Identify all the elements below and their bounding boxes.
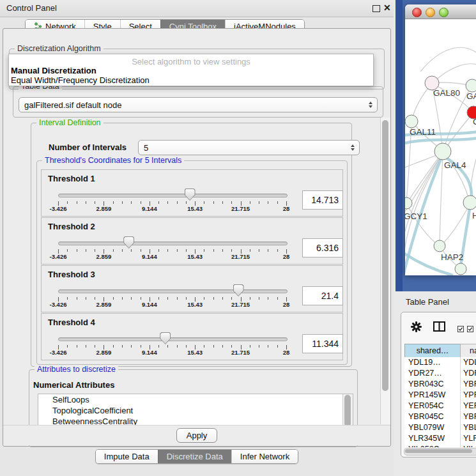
slider-tick-label: 2.859: [96, 253, 112, 260]
GAL11-node[interactable]: [405, 115, 418, 128]
threshold-slider-handle[interactable]: [123, 236, 134, 249]
slider-tick: [204, 297, 204, 300]
threshold-slider-handle[interactable]: [185, 188, 196, 201]
algorithm-option[interactable]: Manual Discretization: [11, 66, 96, 75]
table-row[interactable]: YIL052CYIL0: [404, 444, 476, 447]
tab-label: Infer Network: [240, 452, 289, 461]
zoom-traffic-light-icon[interactable]: [439, 8, 449, 17]
threshold-slider-track[interactable]: [58, 337, 288, 341]
table-horizontal-scrollbar[interactable]: [404, 448, 476, 456]
slider-tick-label: -3.426: [50, 301, 67, 308]
top-right-node[interactable]: [466, 79, 476, 92]
table-row[interactable]: YLR345WYLR3: [404, 433, 476, 444]
bottom-node[interactable]: [455, 263, 466, 275]
number-of-intervals-combobox[interactable]: 5: [138, 140, 360, 155]
threshold-panel: Threshold 4-3.4262.8599.14415.4321.71528…: [41, 313, 343, 360]
minimize-traffic-light-icon[interactable]: [426, 8, 435, 17]
threshold-value-field[interactable]: 6.316: [302, 238, 343, 257]
threshold-slider-track[interactable]: [58, 242, 288, 245]
slider-tick: [231, 345, 232, 348]
threshold-value-field[interactable]: 21.4: [302, 286, 343, 305]
apply-bar: Apply: [3, 425, 390, 445]
tab-discretize-data[interactable]: Discretize Data: [158, 450, 231, 463]
threshold-value-field[interactable]: 14.713: [302, 190, 343, 210]
slider-tick: [231, 297, 232, 300]
GCY1-node[interactable]: [405, 197, 412, 209]
gear-icon[interactable]: [411, 321, 422, 335]
node-label: GA: [466, 91, 476, 101]
slider-tick: [268, 345, 268, 348]
threshold-panel: Threshold 2-3.4262.8599.14415.4321.71528…: [41, 217, 343, 265]
slider-tick-label: 2.859: [96, 301, 112, 308]
table-row[interactable]: YPR145WYPR1: [404, 390, 476, 401]
apply-button[interactable]: Apply: [176, 428, 217, 443]
slider-tick: [131, 345, 132, 348]
attributes-scrollbar[interactable]: [342, 394, 353, 429]
slider-tick: [167, 201, 168, 204]
bottom-tab-row: Impute DataDiscretize DataInfer Network: [0, 449, 394, 464]
cell-shared-name: YER054C: [404, 401, 460, 411]
close-traffic-light-icon[interactable]: [412, 8, 422, 17]
threshold-slider-track[interactable]: [58, 194, 288, 197]
node-label: GCY1: [405, 211, 427, 221]
numerical-attributes-list[interactable]: SelfLoopsTopologicalCoefficientBetweenne…: [38, 394, 353, 429]
table-row[interactable]: YER054CYER0: [404, 401, 476, 411]
table-row[interactable]: YBR043CYBR0: [404, 379, 476, 390]
right-region: GAL80GACGAL11GAL4GCY1HHAP2 Table Panel s…: [394, 0, 476, 476]
table-row[interactable]: YDR27…YDR2: [404, 368, 476, 379]
node-label: GAL4: [444, 160, 466, 170]
control-panel-titlebar: Control Panel ✕: [0, 0, 394, 17]
table-data-combobox[interactable]: galFiltered.sif default node: [19, 97, 378, 112]
cell-name: YDL1: [460, 357, 476, 368]
column-header-name[interactable]: na: [460, 344, 476, 358]
attribute-list-item[interactable]: SelfLoops: [38, 394, 353, 405]
threshold-slider-handle[interactable]: [160, 332, 171, 344]
slider-tick: [113, 249, 114, 252]
table-horizontal-scrollbar-thumb[interactable]: [405, 449, 472, 453]
threshold-slider-handle[interactable]: [233, 284, 244, 296]
float-window-icon[interactable]: [372, 5, 380, 12]
slider-tick-label: 9.144: [142, 349, 157, 356]
slider-tick: [67, 249, 68, 252]
tab-infer-network[interactable]: Infer Network: [231, 450, 298, 463]
HAP2-node[interactable]: [434, 240, 445, 252]
slider-tick: [167, 297, 168, 300]
algorithm-option[interactable]: Equal Width/Frequency Discretization: [11, 75, 150, 85]
slider-tick: [86, 345, 86, 348]
slider-tick: [67, 297, 68, 300]
GAL4-node[interactable]: [434, 143, 451, 160]
threshold-slider-track[interactable]: [58, 289, 288, 293]
algorithm-dropdown-popup: Select algorithm to view settings Manual…: [8, 54, 374, 86]
panel-title: Control Panel: [6, 3, 57, 13]
attributes-group-label: Attributes to discretize: [35, 365, 118, 374]
content-scrollbar[interactable]: [380, 118, 390, 424]
slider-tick-label: 28: [283, 205, 290, 212]
slider-tick: [186, 249, 187, 252]
close-icon[interactable]: ✕: [383, 3, 391, 13]
network-edge: [440, 153, 443, 245]
right-mid-node[interactable]: [463, 196, 476, 210]
table-row[interactable]: YBR045CYBR0: [404, 411, 476, 422]
columns-icon[interactable]: [433, 321, 445, 334]
cell-shared-name: YBR043C: [404, 379, 460, 390]
threshold-panel: Threshold 3-3.4262.8599.14415.4321.71528…: [41, 265, 343, 312]
attribute-list-item[interactable]: TopologicalCoefficient: [38, 405, 353, 416]
content-scrollbar-thumb[interactable]: [382, 120, 388, 391]
cell-name: YBR0: [460, 379, 476, 390]
column-header-shared[interactable]: shared…: [404, 344, 461, 358]
desktop-background: GAL80GACGAL11GAL4GCY1HHAP2: [395, 0, 476, 291]
network-canvas[interactable]: GAL80GACGAL11GAL4GCY1HHAP2: [405, 19, 476, 275]
tab-impute-data[interactable]: Impute Data: [96, 450, 158, 463]
checkbox-icon[interactable]: [467, 323, 473, 335]
table-row[interactable]: YDL19…YDL1: [404, 357, 476, 368]
algorithm-hint-text: Select algorithm to view settings: [9, 57, 373, 66]
slider-tick-label: 15.43: [187, 205, 203, 212]
threshold-label: Threshold 2: [48, 222, 95, 231]
slider-tick: [222, 201, 223, 204]
threshold-value-field[interactable]: 11.344: [302, 334, 343, 353]
cell-name: YPR1: [460, 390, 476, 401]
table-row[interactable]: YBL079WYBL0: [404, 422, 476, 433]
slider-tick: [277, 249, 278, 252]
checkbox-icon[interactable]: [457, 323, 464, 335]
slider-tick: [67, 345, 68, 348]
